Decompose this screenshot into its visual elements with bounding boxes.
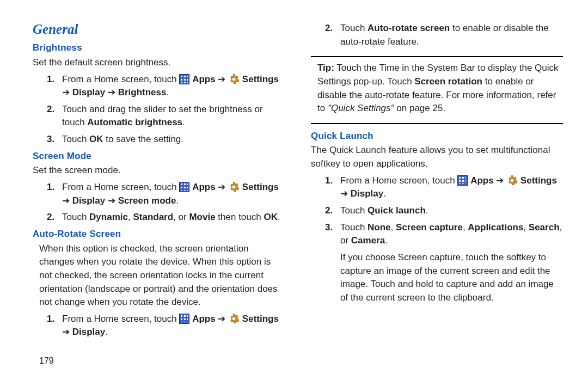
dynamic-label: Dynamic	[89, 212, 128, 222]
tip-reference: "Quick Settings"	[328, 103, 394, 113]
gear-icon	[228, 74, 240, 85]
auto-rotate-steps: 1. From a Home screen, touch Apps ➔ Sett…	[33, 313, 285, 339]
gear-icon	[506, 175, 518, 186]
quick-launch-step-1: 1. From a Home screen, touch Apps ➔ Sett…	[311, 174, 563, 201]
gear-icon	[228, 313, 240, 324]
display-label: Display	[72, 87, 108, 97]
applications-label: Applications	[468, 222, 523, 232]
step-text: Touch	[340, 222, 367, 232]
arrow-icon: ➔	[218, 181, 225, 194]
apps-icon	[457, 175, 468, 186]
divider	[311, 56, 563, 57]
heading-general: General	[33, 20, 285, 39]
apps-label: Apps	[470, 175, 496, 186]
heading-auto-rotate: Auto-Rotate Screen	[33, 228, 285, 241]
screen-rotation-bold: Screen rotation	[414, 76, 482, 87]
page-number: 179	[33, 354, 285, 367]
manual-page: General Brightness Set the default scree…	[0, 0, 588, 372]
auto-rotate-step-2: 2. Touch Auto-rotate screen to enable or…	[311, 22, 563, 48]
brightness-label: Brightness	[118, 87, 167, 97]
step-text: Touch	[62, 212, 89, 222]
brightness-steps: 1. From a Home screen, touch Apps ➔ Sett…	[33, 73, 285, 146]
settings-label: Settings	[242, 314, 279, 324]
divider	[311, 123, 563, 124]
heading-quick-launch: Quick Launch	[311, 130, 563, 143]
display-label: Display	[72, 327, 105, 337]
apps-label: Apps	[192, 182, 218, 192]
settings-label: Settings	[242, 74, 279, 84]
brightness-intro: Set the default screen brightness.	[33, 56, 285, 70]
screen-capture-label: Screen capture	[396, 222, 463, 232]
screen-mode-step-2: 2. Touch Dynamic, Standard, or Movie the…	[33, 211, 285, 224]
arrow-icon: ➔	[108, 86, 115, 100]
screen-mode-step-1: 1. From a Home screen, touch Apps ➔ Sett…	[33, 181, 285, 207]
quick-launch-bold: Quick launch	[367, 205, 426, 216]
ok-label: OK	[89, 134, 103, 144]
step-text: Touch	[340, 23, 367, 33]
settings-label: Settings	[242, 182, 279, 192]
apps-icon	[179, 74, 189, 84]
brightness-step-2: 2. Touch and drag the slider to set the …	[33, 103, 285, 130]
left-column: General Brightness Set the default scree…	[33, 20, 285, 367]
ok-label: OK	[264, 212, 278, 222]
standard-label: Standard	[133, 212, 173, 222]
tip-label: Tip:	[317, 63, 334, 73]
auto-brightness-label: Automatic brightness	[87, 117, 182, 127]
movie-label: Movie	[189, 212, 215, 222]
apps-icon	[179, 182, 189, 192]
settings-label: Settings	[520, 175, 557, 186]
brightness-step-3: 3. Touch OK to save the setting.	[33, 133, 285, 146]
brightness-step-1: 1. From a Home screen, touch Apps ➔ Sett…	[33, 73, 285, 100]
step-text: From a Home screen, touch	[62, 182, 179, 192]
step-text: From a Home screen, touch	[62, 74, 179, 84]
quick-launch-intro: The Quick Launch feature allows you to s…	[311, 144, 563, 170]
auto-rotate-intro: When this option is checked, the screen …	[33, 242, 285, 309]
arrow-icon: ➔	[62, 326, 70, 339]
tip-page: on page 25.	[394, 103, 446, 113]
screen-mode-intro: Set the screen mode.	[33, 164, 285, 177]
screen-mode-label: Screen mode	[118, 195, 176, 206]
auto-rotate-bold: Auto-rotate screen	[367, 23, 450, 33]
step-text: From a Home screen, touch	[340, 175, 457, 186]
auto-rotate-step-1: 1. From a Home screen, touch Apps ➔ Sett…	[33, 313, 285, 339]
none-label: None	[367, 222, 391, 232]
arrow-icon: ➔	[62, 86, 70, 100]
heading-brightness: Brightness	[33, 41, 285, 55]
quick-launch-step-2: 2. Touch Quick launch.	[311, 204, 563, 218]
apps-icon	[179, 314, 189, 324]
display-label: Display	[351, 188, 383, 199]
search-label: Search	[529, 222, 560, 232]
step-text-end: to save the setting.	[103, 134, 183, 144]
arrow-icon: ➔	[340, 187, 348, 201]
step-text: Touch	[62, 134, 89, 144]
right-column: 2. Touch Auto-rotate screen to enable or…	[311, 20, 563, 367]
ql-followup: If you choose Screen capture, touch the …	[340, 252, 554, 303]
arrow-icon: ➔	[62, 194, 70, 208]
camera-label: Camera	[351, 235, 385, 246]
arrow-icon: ➔	[108, 194, 115, 208]
apps-label: Apps	[192, 314, 218, 324]
heading-screen-mode: Screen Mode	[33, 150, 285, 163]
apps-label: Apps	[192, 74, 218, 84]
quick-launch-step-3: 3. Touch None, Screen capture, Applicati…	[311, 221, 563, 305]
step-text: Touch	[340, 205, 367, 216]
display-label: Display	[72, 195, 108, 206]
screen-mode-steps: 1. From a Home screen, touch Apps ➔ Sett…	[33, 181, 285, 224]
arrow-icon: ➔	[496, 174, 504, 188]
step-text: From a Home screen, touch	[62, 314, 179, 324]
tip-block: Tip: Touch the Time in the System Bar to…	[311, 62, 563, 115]
gear-icon	[228, 181, 240, 193]
auto-rotate-steps-cont: 2. Touch Auto-rotate screen to enable or…	[311, 22, 563, 48]
arrow-icon: ➔	[218, 313, 225, 326]
arrow-icon: ➔	[218, 73, 225, 87]
quick-launch-steps: 1. From a Home screen, touch Apps ➔ Sett…	[311, 174, 563, 305]
